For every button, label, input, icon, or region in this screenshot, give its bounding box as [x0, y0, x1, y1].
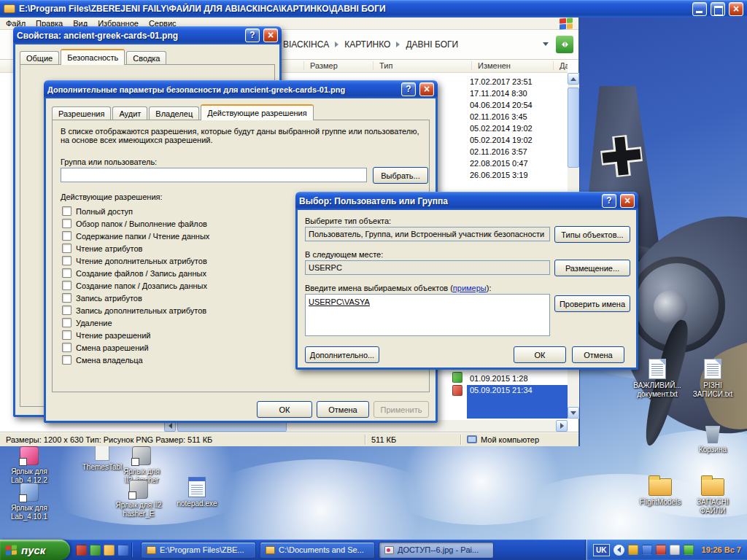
breadcrumb-item[interactable]: КАРТИНКО: [344, 39, 390, 50]
tab-permissions[interactable]: Разрешения: [52, 106, 111, 120]
messenger-icon[interactable]: [670, 545, 680, 555]
file-date[interactable]: 02.11.2016 3:57: [470, 147, 563, 158]
taskbar-task-explorer[interactable]: E:\Program Files\ZBE...: [141, 542, 256, 559]
window-title: E:\Program Files\ZBEREJENI FAILY\ФАЙЛИ Д…: [19, 4, 689, 14]
help-button[interactable]: [602, 194, 616, 208]
file-date[interactable]: 26.06.2015 3:19: [470, 170, 563, 181]
tab-owner[interactable]: Владелец: [149, 106, 199, 120]
file-date[interactable]: 17.11.2014 8:30: [470, 88, 563, 99]
file-date[interactable]: 04.06.2014 20:54: [470, 100, 563, 111]
permission-label: Запись атрибутов: [76, 294, 142, 303]
column-type[interactable]: Тип: [373, 61, 392, 70]
cancel-button[interactable]: Отмена: [317, 401, 369, 418]
desktop-icon-notepad[interactable]: notepad.exe: [172, 477, 222, 508]
permission-row: Полный доступ: [62, 206, 133, 217]
tab-general[interactable]: Общие: [20, 51, 59, 65]
taskbar-task-documents[interactable]: C:\Documents and Se...: [260, 542, 375, 559]
column-size[interactable]: Размер: [303, 61, 338, 70]
image-file-icon[interactable]: [452, 372, 462, 383]
dialog-body: Выберите тип объекта: Пользователь, Груп…: [295, 210, 638, 370]
desktop-icon-rizni-zapysy[interactable]: РІЗНІ ЗАПИСИ.txt: [689, 359, 737, 399]
task-label: C:\Documents and Se...: [279, 545, 364, 554]
desktop-icon-lab-4-10-1[interactable]: Ярлык для Lab_4.10.1: [6, 483, 53, 521]
dialog-title: Дополнительные параметры безопасности дл…: [47, 85, 398, 94]
dialog-title-bar[interactable]: Выбор: Пользователь или Группа: [295, 192, 638, 210]
file-date-selected[interactable]: 05.09.2015 21:34: [467, 385, 568, 419]
dialog-title-bar[interactable]: Свойства: ancient-greek-cards-01.png: [13, 26, 282, 44]
close-button[interactable]: [620, 194, 635, 208]
examples-link[interactable]: примеры: [453, 284, 487, 292]
dialog-title: Свойства: ancient-greek-cards-01.png: [17, 31, 241, 41]
object-type-label: Выберите тип объекта:: [305, 217, 391, 225]
column-date[interactable]: Да: [553, 61, 568, 70]
desktop-icon-label: FlightModels: [636, 498, 684, 507]
checkbox-icon: [62, 256, 71, 265]
close-button[interactable]: [263, 28, 278, 42]
desktop-icon-lab-4-12-2[interactable]: Ярлык для Lab_4.12.2: [6, 446, 53, 485]
permission-label: Чтение дополнительных атрибутов: [76, 257, 207, 265]
desktop-icon-label: Корзина: [689, 446, 737, 454]
scrollbar-thumb[interactable]: [568, 88, 579, 168]
refresh-icon[interactable]: [556, 36, 573, 53]
explorer-title-bar[interactable]: E:\Program Files\ZBEREJENI FAILY\ФАЙЛИ Д…: [0, 0, 747, 18]
help-button[interactable]: [401, 82, 416, 96]
quick-launch-icon-4[interactable]: [117, 545, 128, 556]
file-date[interactable]: 17.02.2017 23:51: [470, 77, 563, 88]
image-file-icon[interactable]: [452, 385, 462, 396]
breadcrumb-item[interactable]: ДАВНІ БОГИ: [406, 39, 458, 50]
select-user-or-group-dialog: Выбор: Пользователь или Группа Выберите …: [295, 192, 638, 370]
tab-security[interactable]: Безопасность: [61, 49, 125, 65]
tab-effective-permissions[interactable]: Действующие разрешения: [201, 104, 313, 120]
file-date[interactable]: 02.11.2016 3:45: [470, 112, 563, 122]
quick-launch-icon-2[interactable]: [90, 545, 101, 556]
tab-summary[interactable]: Сводка: [126, 51, 166, 65]
file-date[interactable]: 05.02.2014 19:02: [470, 123, 563, 134]
address-dropdown-icon[interactable]: [543, 42, 549, 46]
names-label: Введите имена выбираемых объектов (приме…: [305, 284, 491, 292]
network-icon[interactable]: [642, 545, 652, 555]
quick-launch-icon-3[interactable]: [104, 545, 115, 556]
language-indicator[interactable]: UK: [593, 544, 609, 556]
scroll-down-icon[interactable]: [568, 407, 579, 419]
select-button[interactable]: Выбрать...: [373, 167, 428, 184]
close-button[interactable]: [419, 82, 434, 96]
dialog-title-bar[interactable]: Дополнительные параметры безопасности дл…: [44, 80, 438, 98]
tab-audit[interactable]: Аудит: [112, 106, 147, 120]
help-button[interactable]: [245, 28, 260, 42]
file-date[interactable]: 22.08.2015 0:47: [470, 158, 563, 169]
desktop-icon-recycle-bin[interactable]: Корзина: [689, 421, 737, 454]
start-button[interactable]: пуск: [0, 540, 70, 560]
locations-button[interactable]: Размещение...: [554, 260, 630, 276]
volume-icon[interactable]: [684, 545, 694, 555]
file-date[interactable]: 05.02.2014 19:02: [470, 135, 563, 146]
object-types-button[interactable]: Типы объектов...: [554, 226, 630, 243]
group-or-user-field[interactable]: [61, 168, 367, 182]
security-shield-icon[interactable]: [628, 545, 638, 555]
hide-icons-chevron-icon[interactable]: [614, 545, 624, 556]
scroll-right-icon[interactable]: [556, 420, 568, 432]
advanced-button[interactable]: Дополнительно...: [305, 346, 379, 363]
desktop-icon-il2-hasher-e[interactable]: Ярлык для Il2 hasher_E: [111, 480, 166, 518]
maximize-button[interactable]: [711, 2, 725, 16]
ok-button[interactable]: ОК: [257, 401, 312, 418]
taskbar-task-paint[interactable]: ДОСТУП--6.jpg - Pai...: [379, 542, 494, 559]
names-input[interactable]: USERPC\VASYA: [305, 294, 550, 336]
cancel-button[interactable]: Отмена: [572, 346, 624, 363]
check-names-button[interactable]: Проверить имена: [554, 295, 630, 312]
location-label: В следующем месте:: [305, 250, 383, 259]
desktop-icon-zapasni-faily[interactable]: ЗАПАСНІ ФАЙЛИ: [689, 474, 737, 516]
tray-clock[interactable]: 19:26 Вс 7: [697, 545, 741, 554]
desktop-icon-flightmodels[interactable]: FlightModels: [636, 474, 684, 507]
breadcrumb-item[interactable]: ВІАСКІНСА: [283, 39, 329, 50]
column-modified[interactable]: Изменен: [471, 61, 511, 70]
quick-launch-icon-1[interactable]: [76, 545, 87, 556]
scroll-up-icon[interactable]: [568, 73, 579, 85]
ok-button[interactable]: ОК: [514, 346, 566, 363]
close-button[interactable]: [729, 2, 743, 16]
shortcut-app-icon: [132, 446, 151, 465]
antivirus-icon[interactable]: [656, 545, 666, 555]
desktop-icon-vazhlyvyi-document[interactable]: ВАЖЛИВИЙ... документ.txt: [633, 359, 681, 399]
file-date[interactable]: 01.09.2015 1:28: [470, 373, 563, 384]
minimize-button[interactable]: [692, 2, 707, 16]
apply-button: Применить: [374, 401, 429, 418]
